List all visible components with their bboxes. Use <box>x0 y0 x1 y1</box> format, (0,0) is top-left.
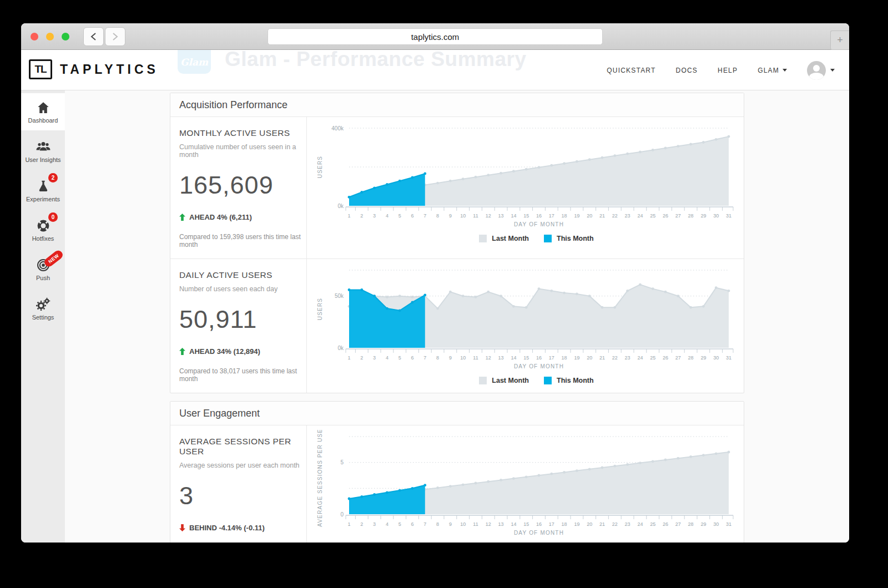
brand-name: TAPLYTICS <box>60 62 159 77</box>
svg-text:20: 20 <box>587 521 592 527</box>
gears-icon <box>36 297 51 312</box>
sidebar-item-label: Hotfixes <box>32 235 54 242</box>
svg-text:15: 15 <box>523 355 529 361</box>
svg-text:3: 3 <box>373 213 376 219</box>
sidebar-item-push[interactable]: NEW Push <box>21 251 65 288</box>
svg-text:2: 2 <box>360 213 363 219</box>
svg-text:8: 8 <box>436 355 439 361</box>
traffic-lights <box>31 33 69 40</box>
new-tab-button[interactable]: + <box>830 31 849 50</box>
svg-text:4: 4 <box>386 355 389 361</box>
legend-label-this-month: This Month <box>557 377 594 384</box>
svg-text:DAY OF MONTH: DAY OF MONTH <box>514 221 564 227</box>
metric-compare: Compared to 38,017 users this time last … <box>179 367 306 383</box>
metric-value: 165,609 <box>179 171 306 200</box>
metric-title: AVERAGE SESSIONS PER USER <box>179 437 306 457</box>
nav-docs[interactable]: DOCS <box>676 67 698 74</box>
svg-text:USERS: USERS <box>317 156 323 178</box>
sidebar-item-hotfixes[interactable]: 0 Hotfixes <box>21 211 65 249</box>
svg-text:29: 29 <box>700 521 706 527</box>
svg-text:9: 9 <box>449 355 452 361</box>
close-window-button[interactable] <box>31 33 38 40</box>
sidebar-item-label: Dashboard <box>28 117 58 124</box>
svg-text:0: 0 <box>340 511 344 518</box>
svg-text:9: 9 <box>449 213 452 219</box>
sidebar-item-label: User Insights <box>25 156 60 163</box>
svg-text:7: 7 <box>423 213 426 219</box>
sidebar-item-user-insights[interactable]: User Insights <box>21 133 65 170</box>
chart-monthly-active-users: 400k0kUSERS12345678910111213141516171819… <box>314 121 744 234</box>
svg-text:23: 23 <box>625 521 630 527</box>
svg-text:24: 24 <box>637 521 643 527</box>
svg-text:4: 4 <box>386 521 389 527</box>
svg-text:16: 16 <box>536 213 542 219</box>
svg-text:28: 28 <box>688 213 694 219</box>
svg-text:AVERAGE SESSIONS PER USER: AVERAGE SESSIONS PER USER <box>317 430 323 527</box>
svg-text:27: 27 <box>675 521 681 527</box>
brand[interactable]: TL TAPLYTICS <box>29 59 159 79</box>
svg-text:28: 28 <box>688 355 694 361</box>
chevron-right-icon <box>112 32 118 41</box>
svg-text:8: 8 <box>436 521 439 527</box>
svg-text:6: 6 <box>411 355 413 361</box>
svg-text:25: 25 <box>650 355 655 361</box>
svg-text:14: 14 <box>511 521 516 527</box>
nav-quickstart[interactable]: QUICKSTART <box>607 67 655 74</box>
svg-text:5: 5 <box>340 459 344 465</box>
metric-card-daily-active-users: DAILY ACTIVE USERS Number of users seen … <box>170 258 744 393</box>
svg-text:400k: 400k <box>331 125 344 131</box>
svg-text:DAY OF MONTH: DAY OF MONTH <box>514 530 564 536</box>
legend-swatch-this-month <box>544 235 552 242</box>
svg-text:16: 16 <box>536 355 542 361</box>
sidebar-item-experiments[interactable]: 2 Experiments <box>21 172 65 209</box>
metric-subtitle: Cumulative number of users seen in a mon… <box>179 143 306 159</box>
svg-text:19: 19 <box>574 355 579 361</box>
sidebar-item-dashboard[interactable]: Dashboard <box>21 93 65 130</box>
nav-help[interactable]: HELP <box>718 67 738 74</box>
browser-toolbar: taplytics.com + <box>21 23 849 50</box>
svg-text:1: 1 <box>347 521 350 527</box>
metric-title: DAILY ACTIVE USERS <box>179 270 306 280</box>
flask-icon <box>37 179 50 194</box>
arrow-up-icon <box>179 348 185 355</box>
svg-text:25: 25 <box>650 521 655 527</box>
svg-text:USERS: USERS <box>317 298 323 320</box>
metric-subtitle: Number of users seen each day <box>179 285 306 293</box>
arrow-down-icon <box>179 524 185 531</box>
svg-text:13: 13 <box>498 213 504 219</box>
svg-text:17: 17 <box>549 355 554 361</box>
panel-title: Acquisition Performance <box>179 99 735 111</box>
legend-swatch-this-month <box>544 377 552 384</box>
project-selector[interactable]: GLAM <box>758 67 787 74</box>
life-ring-icon <box>36 219 51 233</box>
svg-text:0k: 0k <box>337 203 344 209</box>
svg-text:6: 6 <box>411 213 413 219</box>
chevron-down-icon <box>830 69 835 72</box>
panel-header: User Engagement <box>170 402 744 425</box>
svg-text:14: 14 <box>511 213 516 219</box>
svg-text:30: 30 <box>713 355 719 361</box>
metric-compare: Compared to 159,398 users this time last… <box>179 233 306 249</box>
address-bar[interactable]: taplytics.com <box>268 28 603 45</box>
taplytics-logo-icon: TL <box>29 59 52 79</box>
legend-label-last-month: Last Month <box>492 377 529 384</box>
address-bar-url: taplytics.com <box>411 32 460 42</box>
account-menu[interactable] <box>807 61 835 80</box>
svg-text:26: 26 <box>663 213 668 219</box>
sidebar-item-settings[interactable]: Settings <box>21 290 65 327</box>
back-button[interactable] <box>83 27 104 46</box>
svg-text:29: 29 <box>700 213 706 219</box>
minimize-window-button[interactable] <box>46 33 54 40</box>
sidebar: Dashboard User Insights 2 E <box>21 90 65 543</box>
metric-title: MONTHLY ACTIVE USERS <box>179 128 306 138</box>
svg-text:31: 31 <box>726 213 731 219</box>
notification-badge: 0 <box>48 212 58 222</box>
svg-text:3: 3 <box>373 355 376 361</box>
svg-text:DAY OF MONTH: DAY OF MONTH <box>514 363 564 369</box>
svg-text:1: 1 <box>347 213 350 219</box>
svg-text:17: 17 <box>549 213 554 219</box>
home-icon <box>37 100 50 115</box>
svg-text:2: 2 <box>360 521 363 527</box>
zoom-window-button[interactable] <box>62 33 69 40</box>
forward-button[interactable] <box>105 27 125 46</box>
